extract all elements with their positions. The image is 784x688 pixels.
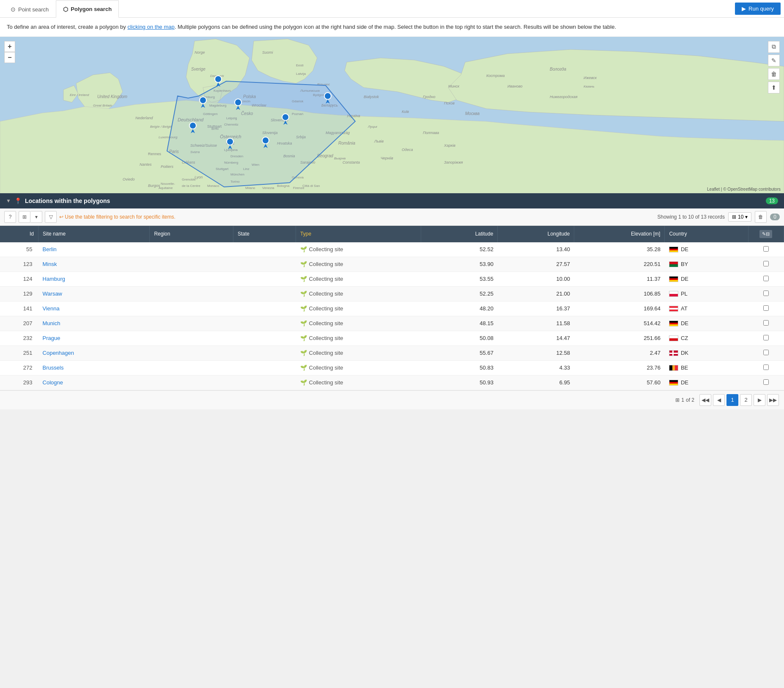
country-code: DE [681, 276, 688, 282]
cell-lat: 52.25 [421, 286, 498, 301]
page-of-label: of 2 [686, 397, 694, 403]
table-row: 123 Minsk 🌱 Collecting site 53.90 27.57 … [0, 257, 784, 271]
table-toolbar: ? ⊞ ▾ ▽ ↩ Use the table filtering to sea… [0, 208, 784, 226]
cell-checkbox[interactable] [748, 345, 784, 360]
table-row: 207 Munich 🌱 Collecting site 48.15 11.58… [0, 316, 784, 331]
tabs-bar: ⊙ Point search ⬡ Polygon search ▶ Run qu… [0, 0, 784, 18]
cell-lon: 6.95 [498, 375, 574, 390]
cell-lon: 21.00 [498, 286, 574, 301]
type-label: Collecting site [309, 335, 343, 341]
svg-text:România: România [338, 141, 355, 145]
delete-records-button[interactable]: 🗑 [755, 211, 767, 223]
filter-button[interactable]: ▽ [45, 211, 57, 223]
row-checkbox[interactable] [763, 335, 769, 340]
last-page-button[interactable]: ▶▶ [767, 394, 779, 406]
draw-button[interactable]: ✎ [768, 55, 780, 66]
cell-name[interactable]: Warsaw [38, 286, 150, 301]
cell-elev: 23.76 [574, 360, 665, 375]
cell-type: 🌱 Collecting site [296, 375, 421, 390]
help-button[interactable]: ? [4, 211, 16, 223]
cell-checkbox[interactable] [748, 286, 784, 301]
row-checkbox[interactable] [763, 350, 769, 355]
row-checkbox[interactable] [763, 246, 769, 252]
svg-text:Львів: Львів [374, 139, 384, 143]
cell-checkbox[interactable] [748, 331, 784, 345]
cell-checkbox[interactable] [748, 316, 784, 331]
cell-elev: 57.60 [574, 375, 665, 390]
cell-name[interactable]: Minsk [38, 257, 150, 271]
per-page-button[interactable]: ⊞ 10 ▾ [728, 212, 751, 222]
svg-text:Nouvelle-: Nouvelle- [161, 182, 175, 186]
columns-dropdown-button[interactable]: ▾ [30, 211, 42, 223]
cell-name[interactable]: Brussels [38, 360, 150, 375]
prev-page-button[interactable]: ◀ [713, 394, 725, 406]
country-code: CZ [681, 335, 688, 341]
cell-name[interactable]: Copenhagen [38, 345, 150, 360]
columns-button[interactable]: ⊞ [19, 211, 30, 223]
cell-checkbox[interactable] [748, 375, 784, 390]
type-label: Collecting site [309, 276, 343, 282]
row-checkbox[interactable] [763, 365, 769, 370]
page-1-button[interactable]: 1 [726, 394, 738, 406]
cell-country: DE [665, 271, 748, 286]
cell-checkbox[interactable] [748, 271, 784, 286]
col-elevation: Elevation [m] [574, 226, 665, 242]
clicking-link[interactable]: clicking on the map [127, 24, 174, 30]
cell-checkbox[interactable] [748, 301, 784, 316]
svg-text:de la Centre: de la Centre [182, 184, 200, 188]
cell-name[interactable]: Munich [38, 316, 150, 331]
svg-text:Venezia: Venezia [262, 186, 274, 190]
info-text: To define an area of interest, create a … [7, 24, 616, 30]
flag-icon [669, 335, 678, 341]
cell-country: DE [665, 316, 748, 331]
tab-point-search[interactable]: ⊙ Point search [3, 0, 56, 18]
cell-lon: 11.58 [498, 316, 574, 331]
cell-checkbox[interactable] [748, 360, 784, 375]
zoom-out-button[interactable]: − [4, 52, 15, 63]
cell-name[interactable]: Vienna [38, 301, 150, 316]
cell-name[interactable]: Berlin [38, 242, 150, 257]
collapse-icon[interactable]: ▼ [6, 198, 11, 204]
row-checkbox[interactable] [763, 305, 769, 311]
row-checkbox[interactable] [763, 261, 769, 266]
svg-point-99 [324, 93, 331, 99]
row-checkbox[interactable] [763, 379, 769, 385]
row-checkbox[interactable] [763, 291, 769, 296]
cell-elev: 169.64 [574, 301, 665, 316]
zoom-in-button[interactable]: + [4, 41, 15, 52]
cell-name[interactable]: Prague [38, 331, 150, 345]
layers-button[interactable]: ⧉ [768, 41, 780, 53]
country-code: BY [681, 261, 688, 267]
cell-elev: 220.51 [574, 257, 665, 271]
row-checkbox[interactable] [763, 320, 769, 326]
cell-checkbox[interactable] [748, 257, 784, 271]
svg-text:Città di San: Città di San [302, 184, 320, 188]
svg-text:Нижегородская: Нижегородская [550, 95, 578, 99]
cell-region [150, 257, 233, 271]
run-query-button[interactable]: ▶ Run query [735, 3, 781, 15]
delete-map-button[interactable]: 🗑 [768, 68, 780, 80]
svg-text:Псков: Псков [444, 101, 455, 105]
next-page-button[interactable]: ▶ [754, 394, 765, 406]
cell-type: 🌱 Collecting site [296, 316, 421, 331]
cell-lat: 48.20 [421, 301, 498, 316]
cell-state [233, 375, 296, 390]
page-2-button[interactable]: 2 [740, 394, 752, 406]
cell-checkbox[interactable] [748, 242, 784, 257]
cell-state [233, 316, 296, 331]
cell-name[interactable]: Hamburg [38, 271, 150, 286]
table-body: 55 Berlin 🌱 Collecting site 52.52 13.40 … [0, 242, 784, 390]
cell-name[interactable]: Cologne [38, 375, 150, 390]
upload-button[interactable]: ⬆ [768, 82, 780, 93]
map-container[interactable]: United Kingdom Great Britain Eire / Irel… [0, 37, 784, 193]
first-page-button[interactable]: ◀◀ [699, 394, 711, 406]
svg-point-100 [227, 138, 233, 145]
flag-icon [669, 365, 678, 371]
flag-icon [669, 276, 678, 282]
cell-state [233, 345, 296, 360]
cell-lat: 53.55 [421, 271, 498, 286]
tab-polygon-search[interactable]: ⬡ Polygon search [56, 0, 119, 18]
row-checkbox[interactable] [763, 276, 769, 281]
prev-page-icon: ◀ [717, 397, 721, 403]
cell-lat: 52.52 [421, 242, 498, 257]
